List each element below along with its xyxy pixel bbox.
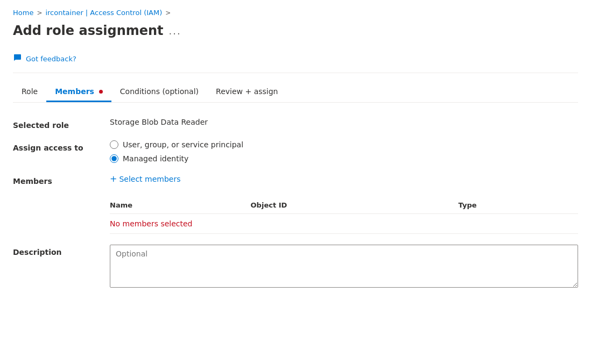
description-textarea[interactable]	[110, 245, 578, 288]
radio-managed-identity-option[interactable]: Managed identity	[110, 154, 578, 163]
members-content: + Select members Name Object ID Type	[110, 174, 578, 234]
breadcrumb-resource[interactable]: ircontainer | Access Control (IAM)	[45, 9, 162, 17]
description-content	[110, 245, 578, 289]
tab-conditions[interactable]: Conditions (optional)	[111, 82, 207, 102]
description-label: Description	[13, 245, 110, 256]
feedback-bar: Got feedback?	[13, 49, 578, 73]
breadcrumb-sep2: >	[165, 9, 171, 17]
page-title-container: Add role assignment ...	[13, 23, 578, 38]
breadcrumb-sep1: >	[37, 9, 42, 17]
tab-members[interactable]: Members	[46, 82, 111, 102]
tab-review[interactable]: Review + assign	[207, 82, 286, 102]
tabs-container: Role Members Conditions (optional) Revie…	[13, 82, 578, 103]
col-object-id: Object ID	[251, 197, 459, 214]
radio-managed-identity[interactable]	[110, 154, 118, 163]
tab-role[interactable]: Role	[13, 82, 46, 102]
feedback-icon	[13, 53, 22, 64]
assign-access-row: Assign access to User, group, or service…	[13, 140, 578, 163]
tab-members-dot	[99, 90, 103, 94]
assign-access-label: Assign access to	[13, 140, 110, 152]
radio-user-group-label: User, group, or service principal	[123, 140, 243, 149]
col-name: Name	[110, 197, 251, 214]
breadcrumb-home[interactable]: Home	[13, 9, 33, 17]
assign-access-options: User, group, or service principal Manage…	[110, 140, 578, 163]
selected-role-label: Selected role	[13, 118, 110, 130]
members-row: Members + Select members Name Object ID …	[13, 174, 578, 234]
col-type: Type	[459, 197, 578, 214]
select-members-plus-icon: +	[110, 174, 117, 184]
page-title: Add role assignment	[13, 23, 164, 38]
members-table-wrapper: Name Object ID Type No members selected	[110, 197, 578, 234]
radio-user-group[interactable]	[110, 140, 118, 149]
selected-role-row: Selected role Storage Blob Data Reader	[13, 118, 578, 130]
select-members-text: Select members	[119, 175, 180, 183]
form-container: Selected role Storage Blob Data Reader A…	[13, 118, 578, 289]
description-row: Description	[13, 245, 578, 289]
select-members-link[interactable]: + Select members	[110, 174, 578, 184]
feedback-link[interactable]: Got feedback?	[26, 55, 76, 63]
no-members-text: No members selected	[110, 213, 192, 234]
members-label: Members	[13, 174, 110, 185]
page-title-more-button[interactable]: ...	[169, 25, 181, 37]
members-table: Name Object ID Type No members selected	[110, 197, 578, 234]
radio-user-group-option[interactable]: User, group, or service principal	[110, 140, 578, 149]
breadcrumb: Home > ircontainer | Access Control (IAM…	[13, 9, 578, 17]
selected-role-value: Storage Blob Data Reader	[110, 118, 578, 126]
no-members-row: No members selected	[110, 214, 578, 234]
radio-managed-identity-label: Managed identity	[123, 154, 188, 163]
